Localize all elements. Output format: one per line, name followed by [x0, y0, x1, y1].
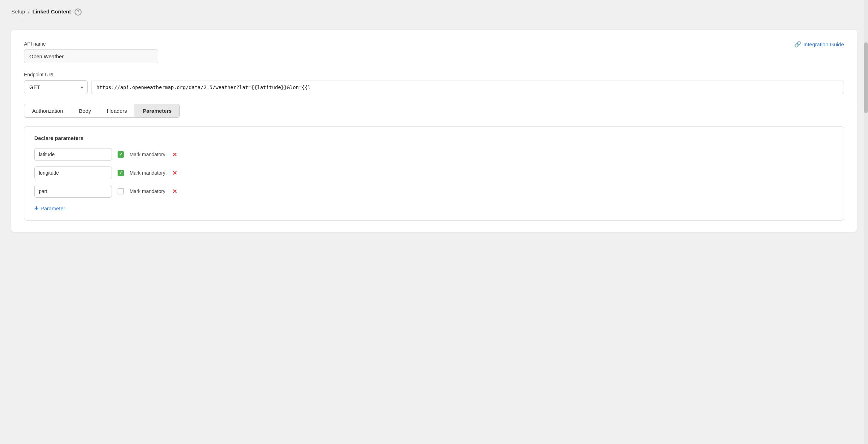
param-input-longitude[interactable]	[34, 166, 112, 179]
delete-icon-latitude[interactable]: ✕	[172, 151, 177, 158]
mandatory-checkbox-part[interactable]	[118, 188, 124, 194]
mandatory-checkbox-longitude[interactable]: ✓	[118, 170, 124, 176]
method-select-wrapper: GET POST PUT DELETE PATCH ▾	[24, 80, 88, 94]
param-row-part: Mark mandatory ✕	[34, 185, 834, 198]
add-parameter-label: Parameter	[41, 205, 65, 211]
param-row-latitude: ✓ Mark mandatory ✕	[34, 148, 834, 161]
mandatory-label-longitude[interactable]: Mark mandatory	[130, 170, 165, 176]
scrollbar-track	[864, 0, 868, 444]
plus-icon: +	[34, 205, 38, 212]
link-icon: 🔗	[794, 41, 801, 48]
delete-icon-longitude[interactable]: ✕	[172, 170, 177, 176]
mandatory-checkbox-latitude[interactable]: ✓	[118, 151, 124, 158]
breadcrumb-linked-content: Linked Content	[32, 8, 71, 14]
mandatory-label-part[interactable]: Mark mandatory	[130, 188, 165, 194]
tab-parameters[interactable]: Parameters	[135, 104, 180, 118]
parameters-panel: Declare parameters ✓ Mark mandatory ✕ ✓ …	[24, 126, 844, 221]
scrollbar-thumb[interactable]	[864, 42, 868, 113]
endpoint-label: Endpoint URL	[24, 72, 844, 77]
params-title: Declare parameters	[34, 135, 834, 141]
api-name-input[interactable]	[24, 49, 158, 63]
breadcrumb: Setup / Linked Content ?	[11, 8, 857, 16]
breadcrumb-separator: /	[28, 8, 29, 14]
main-card: API name 🔗 Integration Guide Endpoint UR…	[11, 30, 857, 232]
checkmark-icon: ✓	[119, 152, 123, 157]
api-name-label: API name	[24, 41, 158, 47]
endpoint-url-input[interactable]	[91, 81, 844, 94]
method-select[interactable]: GET POST PUT DELETE PATCH	[24, 80, 88, 94]
endpoint-section: Endpoint URL GET POST PUT DELETE PATCH ▾	[24, 72, 844, 94]
endpoint-row: GET POST PUT DELETE PATCH ▾	[24, 80, 844, 94]
param-input-latitude[interactable]	[34, 148, 112, 161]
param-row-longitude: ✓ Mark mandatory ✕	[34, 166, 834, 179]
param-input-part[interactable]	[34, 185, 112, 198]
integration-guide-label: Integration Guide	[803, 41, 844, 47]
tab-body[interactable]: Body	[71, 104, 99, 118]
checkmark-icon-2: ✓	[119, 171, 123, 175]
api-name-section: API name	[24, 41, 158, 63]
tabs-row: Authorization Body Headers Parameters	[24, 104, 844, 118]
add-parameter-button[interactable]: + Parameter	[34, 203, 65, 213]
tab-authorization[interactable]: Authorization	[24, 104, 71, 118]
card-header-row: API name 🔗 Integration Guide	[24, 41, 844, 63]
delete-icon-part[interactable]: ✕	[172, 188, 177, 195]
integration-guide-link[interactable]: 🔗 Integration Guide	[794, 41, 844, 48]
mandatory-label-latitude[interactable]: Mark mandatory	[130, 152, 165, 157]
tab-headers[interactable]: Headers	[99, 104, 135, 118]
help-icon[interactable]: ?	[75, 8, 82, 16]
breadcrumb-setup: Setup	[11, 8, 25, 14]
